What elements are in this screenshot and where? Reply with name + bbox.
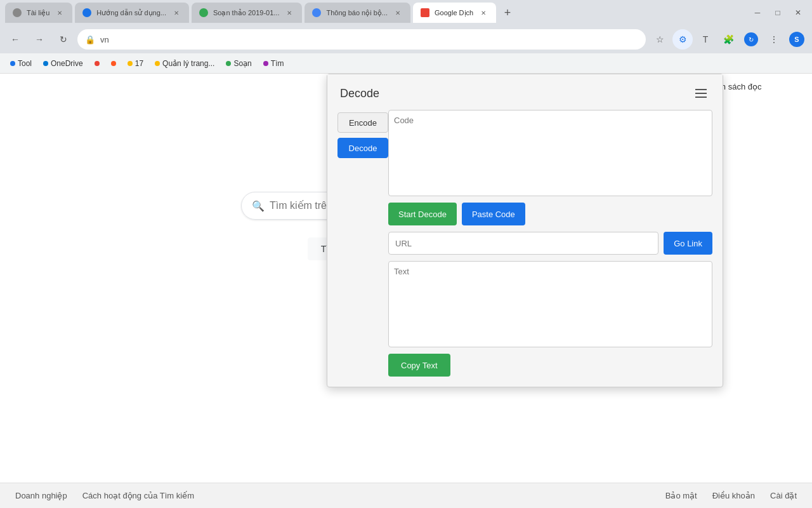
toolbar-icons: ☆ ⚙ T 🧩 ↻ ⋮ S: [650, 29, 807, 50]
tab-title-5: Google Dịch: [435, 9, 473, 17]
address-bar-row: ← → ↻ 🔒 vn ☆ ⚙ T 🧩 ↻ ⋮ S: [0, 25, 812, 53]
maximize-button[interactable]: □: [769, 4, 787, 22]
main-content: Gmail Hình ảnh S Goo 🔍 Tìm trên Google T…: [0, 74, 812, 508]
tab-3[interactable]: Soạn thảo 2019-01... ✕: [192, 3, 303, 23]
bookmark-label-soan: Soạn: [233, 59, 251, 68]
footer-settings[interactable]: Cài đặt: [770, 491, 797, 500]
sync-icon[interactable]: ↻: [741, 29, 761, 50]
popup-header: Decode: [327, 74, 723, 110]
close-button[interactable]: ✕: [789, 4, 807, 22]
url-input[interactable]: [388, 232, 658, 255]
popup-title: Decode: [340, 87, 379, 100]
bookmark-icon-3: [95, 61, 100, 66]
svg-rect-9: [695, 89, 707, 90]
tab-close-3[interactable]: ✕: [284, 8, 294, 18]
tab-favicon-3: [199, 8, 208, 17]
bookmark-3[interactable]: [89, 56, 105, 71]
svg-rect-11: [695, 97, 707, 98]
footer-terms[interactable]: Điều khoản: [712, 491, 755, 500]
tab-favicon-5: [421, 8, 429, 17]
bookmarks-bar: Tool OneDrive 17 Quản lý trang... Soạn T…: [0, 53, 812, 74]
google-footer: Doanh nghiệp Cách hoạt động của Tìm kiếm…: [0, 483, 812, 508]
translate-icon[interactable]: T: [695, 29, 716, 50]
footer-business[interactable]: Doanh nghiệp: [15, 491, 67, 500]
code-textarea[interactable]: [388, 110, 712, 196]
popup-main-area: Start Decode Paste Code Go Link Copy Tex…: [388, 110, 712, 377]
bookmark-icon-4: [111, 61, 116, 66]
footer-privacy[interactable]: Bảo mật: [665, 491, 697, 500]
url-row: Go Link: [388, 232, 712, 255]
tab-2[interactable]: Hướng dẫn sử dụng... ✕: [75, 3, 189, 23]
start-decode-button[interactable]: Start Decode: [388, 203, 457, 225]
bookmark-icon-soan: [226, 61, 231, 66]
tab-close-2[interactable]: ✕: [171, 8, 181, 18]
text-textarea[interactable]: [388, 261, 712, 347]
bookmark-tool[interactable]: Tool: [5, 56, 37, 71]
bookmark-soan[interactable]: Soạn: [221, 56, 256, 71]
tab-close-1[interactable]: ✕: [55, 8, 65, 18]
go-link-button[interactable]: Go Link: [664, 232, 712, 255]
bookmark-quan-ly[interactable]: Quản lý trang...: [150, 56, 219, 71]
tab-title-1: Tài liệu: [27, 9, 49, 17]
browser-frame: Tài liệu ✕ Hướng dẫn sử dụng... ✕ Soạn t…: [0, 0, 812, 508]
copy-text-button[interactable]: Copy Text: [388, 354, 450, 377]
forward-button[interactable]: →: [29, 29, 49, 50]
bookmark-icon-tim: [263, 61, 268, 66]
copy-text-row: Copy Text: [388, 354, 712, 377]
bookmark-icon-onedrive: [43, 61, 48, 66]
bookmark-label-17: 17: [135, 59, 143, 68]
minimize-button[interactable]: ─: [749, 4, 766, 22]
tab-favicon-1: [13, 8, 22, 17]
extension-puzzle-icon[interactable]: ⚙: [672, 29, 693, 50]
tab-close-4[interactable]: ✕: [393, 8, 403, 18]
footer-left-links: Doanh nghiệp Cách hoạt động của Tìm kiếm: [15, 491, 194, 500]
footer-how-search[interactable]: Cách hoạt động của Tìm kiếm: [82, 491, 194, 500]
bookmark-label-tim: Tìm: [271, 59, 284, 68]
more-menu-icon[interactable]: ⋮: [764, 29, 784, 50]
bookmark-label-tool: Tool: [18, 59, 32, 68]
bookmark-star-icon[interactable]: ☆: [650, 29, 670, 50]
tab-title-2: Hướng dẫn sử dụng...: [96, 9, 166, 17]
profile-avatar[interactable]: S: [787, 29, 807, 50]
tab-title-3: Soạn thảo 2019-01...: [213, 9, 280, 17]
address-field[interactable]: 🔒 vn: [77, 29, 646, 50]
search-icon: 🔍: [252, 200, 265, 212]
bookmark-tim[interactable]: Tìm: [258, 56, 289, 71]
popup-menu-button[interactable]: [692, 84, 710, 102]
tab-1[interactable]: Tài liệu ✕: [5, 3, 72, 23]
bookmark-4[interactable]: [106, 56, 121, 71]
popup-body: Encode Decode Start Decode Paste Code: [327, 110, 723, 387]
new-tab-button[interactable]: +: [499, 4, 516, 22]
tab-title-4: Thông báo nội bộ...: [326, 9, 388, 17]
bookmark-icon-17: [128, 61, 133, 66]
popup-sidebar: Encode Decode: [337, 110, 388, 377]
bookmark-icon-tool: [10, 61, 15, 66]
bookmark-icon-quan-ly: [155, 61, 160, 66]
back-button[interactable]: ←: [5, 29, 25, 50]
bookmark-label-quan-ly: Quản lý trang...: [162, 59, 214, 68]
action-buttons-row: Start Decode Paste Code: [388, 203, 712, 225]
tab-favicon-4: [312, 8, 321, 17]
svg-rect-10: [695, 93, 707, 94]
decode-button[interactable]: Decode: [337, 138, 388, 158]
address-text: vn: [100, 35, 638, 44]
extension-popup: Decode Encode Decode Start Decode: [327, 74, 723, 387]
extensions-icon[interactable]: 🧩: [718, 29, 738, 50]
tab-favicon-2: [82, 8, 91, 17]
tab-close-5[interactable]: ✕: [478, 8, 488, 18]
tab-5[interactable]: Google Dịch ✕: [413, 3, 496, 23]
bookmark-onedrive[interactable]: OneDrive: [38, 56, 88, 71]
encode-button[interactable]: Encode: [337, 112, 388, 133]
footer-right-links: Bảo mật Điều khoản Cài đặt: [665, 491, 797, 500]
window-controls: ─ □ ✕: [749, 4, 807, 22]
title-bar: Tài liệu ✕ Hướng dẫn sử dụng... ✕ Soạn t…: [0, 0, 812, 25]
reload-button[interactable]: ↻: [53, 29, 74, 50]
tab-4[interactable]: Thông báo nội bộ... ✕: [304, 3, 410, 23]
lock-icon: 🔒: [85, 35, 95, 44]
bookmark-label-onedrive: OneDrive: [51, 59, 83, 68]
bookmark-17[interactable]: 17: [122, 56, 148, 71]
paste-code-button[interactable]: Paste Code: [462, 203, 525, 225]
